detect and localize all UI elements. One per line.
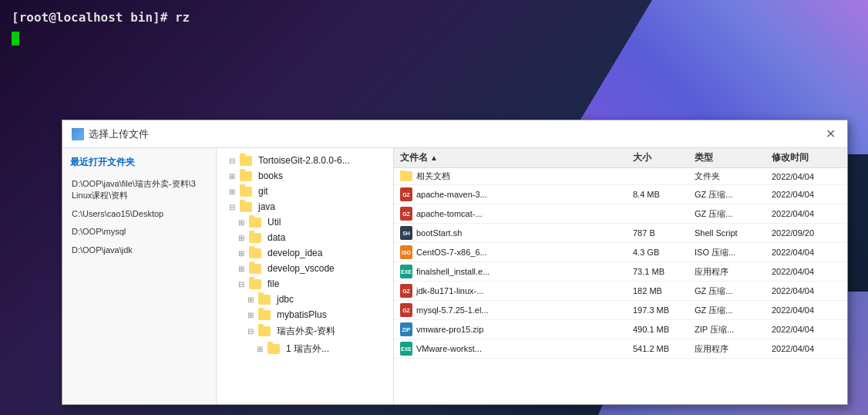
tree-folder-item[interactable]: ⊟瑞吉外卖-资料 xyxy=(217,322,393,340)
col-type: 类型 xyxy=(695,151,772,164)
recent-label: 最近打开文件夹 xyxy=(70,156,208,169)
file-size: 73.1 MB xyxy=(633,267,695,276)
tree-folder-item[interactable]: ⊞git xyxy=(217,184,393,199)
gz-file-icon: GZ xyxy=(400,187,412,201)
tree-item-label: git xyxy=(258,186,268,197)
dialog-close-button[interactable]: ✕ xyxy=(823,127,838,142)
file-type: GZ 压缩... xyxy=(695,208,772,220)
file-type: ISO 压缩... xyxy=(695,247,772,258)
file-row[interactable]: SHbootStart.sh787 BShell Script2022/09/2… xyxy=(394,224,847,243)
tree-expand-icon[interactable]: ⊞ xyxy=(257,345,266,353)
tree-item-label: 瑞吉外卖-资料 xyxy=(277,325,335,338)
tree-expand-icon[interactable]: ⊞ xyxy=(238,218,247,227)
tree-folder-item[interactable]: ⊞Util xyxy=(217,214,393,230)
file-size: 787 B xyxy=(633,228,695,238)
upload-dialog: 选择上传文件 ✕ 最近打开文件夹 D:\OOP\java\file\瑞吉外卖-资… xyxy=(62,120,848,405)
file-name-text: jdk-8u171-linux-... xyxy=(416,286,483,295)
tree-folder-item[interactable]: ⊞data xyxy=(217,230,393,245)
file-modified: 2022/04/04 xyxy=(772,286,841,295)
file-size: 4.3 GB xyxy=(633,248,695,257)
tree-folder-item[interactable]: ⊞books xyxy=(217,168,393,184)
tree-item-label: develop_idea xyxy=(267,248,322,258)
recent-item[interactable]: C:\Users\cao15\Desktop xyxy=(70,205,208,223)
folder-icon xyxy=(240,171,252,181)
tree-expand-icon[interactable]: ⊞ xyxy=(229,187,238,196)
file-type: 文件夹 xyxy=(695,170,772,182)
folder-tree[interactable]: ⊟TortoiseGit-2.8.0.0-6...⊞books⊞git⊟java… xyxy=(217,153,393,358)
col-filename: 文件名 ▲ xyxy=(400,151,633,164)
tree-item-label: develop_vscode xyxy=(267,263,335,274)
file-row[interactable]: ZIPvmware-pro15.zip490.1 MBZIP 压缩...2022… xyxy=(394,320,847,339)
tree-folder-item[interactable]: ⊞develop_idea xyxy=(217,245,393,261)
folder-icon xyxy=(240,156,252,166)
gz-file-icon: GZ xyxy=(400,284,412,298)
dialog-titlebar: 选择上传文件 ✕ xyxy=(62,120,847,148)
file-row[interactable]: EXEVMware-workst...541.2 MB应用程序2022/04/0… xyxy=(394,339,847,359)
tree-folder-item[interactable]: ⊞jdbc xyxy=(217,292,393,307)
file-type: Shell Script xyxy=(695,228,772,238)
tree-expand-icon[interactable]: ⊞ xyxy=(247,295,257,304)
recent-item[interactable]: D:\OOP\mysql xyxy=(70,223,208,241)
tree-folder-item[interactable]: ⊞1 瑞吉外... xyxy=(217,340,393,358)
dialog-title-icon xyxy=(72,128,84,140)
exe-file-icon: EXE xyxy=(400,265,412,278)
file-type: GZ 压缩... xyxy=(695,285,772,297)
file-name-cell: GZapache-maven-3... xyxy=(400,187,633,201)
file-name-cell: SHbootStart.sh xyxy=(400,226,633,240)
folder-tree-panel[interactable]: ⊟TortoiseGit-2.8.0.0-6...⊞books⊞git⊟java… xyxy=(217,148,394,404)
terminal-command: [root@localhost bin]# rz xyxy=(12,10,190,25)
file-size: 197.3 MB xyxy=(633,305,695,315)
dialog-title-area: 选择上传文件 xyxy=(72,127,149,141)
file-modified: 2022/04/04 xyxy=(772,305,841,315)
iso-file-icon: ISO xyxy=(400,245,412,259)
file-table-header: 文件名 ▲ 大小 类型 修改时间 xyxy=(394,148,847,168)
gz-file-icon: GZ xyxy=(400,207,412,221)
tree-expand-icon[interactable]: ⊞ xyxy=(238,234,247,242)
tree-folder-item[interactable]: ⊞mybatisPlus xyxy=(217,307,393,322)
folder-icon xyxy=(258,326,271,336)
zip-file-icon: ZIP xyxy=(400,322,412,336)
recent-item[interactable]: D:\OOP\java\file\瑞吉外卖-资料\3 Linux课程\资料 xyxy=(70,175,208,205)
file-name-cell: ISOCentOS-7-x86_6... xyxy=(400,245,633,259)
recent-folders-panel: 最近打开文件夹 D:\OOP\java\file\瑞吉外卖-资料\3 Linux… xyxy=(62,148,217,404)
tree-expand-icon[interactable]: ⊞ xyxy=(229,172,238,181)
file-type: GZ 压缩... xyxy=(695,305,772,316)
terminal-line-1: [root@localhost bin]# rz xyxy=(12,8,856,28)
file-row[interactable]: GZapache-tomcat-...GZ 压缩...2022/04/04 xyxy=(394,204,847,224)
file-row[interactable]: GZjdk-8u171-linux-...182 MBGZ 压缩...2022/… xyxy=(394,282,847,301)
file-row[interactable]: EXEfinalshell_install.e...73.1 MB应用程序202… xyxy=(394,262,847,282)
file-type: ZIP 压缩... xyxy=(695,324,772,336)
tree-item-label: 1 瑞吉外... xyxy=(286,342,329,356)
tree-expand-icon[interactable]: ⊟ xyxy=(229,203,238,211)
tree-expand-icon[interactable]: ⊞ xyxy=(247,311,257,319)
col-size: 大小 xyxy=(633,151,695,164)
file-name-text: VMware-workst... xyxy=(416,344,482,353)
tree-expand-icon[interactable]: ⊟ xyxy=(229,157,238,165)
file-row[interactable]: GZmysql-5.7.25-1.el...197.3 MBGZ 压缩...20… xyxy=(394,301,847,320)
file-row[interactable]: 相关文档文件夹2022/04/04 xyxy=(394,168,847,185)
tree-folder-item[interactable]: ⊟TortoiseGit-2.8.0.0-6... xyxy=(217,153,393,168)
tree-item-label: jdbc xyxy=(277,294,294,305)
file-row[interactable]: ISOCentOS-7-x86_6...4.3 GBISO 压缩...2022/… xyxy=(394,243,847,262)
recent-item[interactable]: D:\OOP\java\jdk xyxy=(70,241,208,259)
file-modified: 2022/04/04 xyxy=(772,325,841,334)
tree-item-label: java xyxy=(258,201,275,212)
tree-expand-icon[interactable]: ⊞ xyxy=(238,265,247,273)
file-name-text: CentOS-7-x86_6... xyxy=(416,248,487,257)
folder-icon xyxy=(240,202,252,212)
recent-items-list: D:\OOP\java\file\瑞吉外卖-资料\3 Linux课程\资料C:\… xyxy=(70,175,208,259)
file-row[interactable]: GZapache-maven-3...8.4 MBGZ 压缩...2022/04… xyxy=(394,185,847,204)
file-name-cell: EXEfinalshell_install.e... xyxy=(400,265,633,278)
tree-expand-icon[interactable]: ⊟ xyxy=(238,280,247,288)
tree-item-label: Util xyxy=(267,217,281,228)
tree-folder-item[interactable]: ⊟java xyxy=(217,199,393,214)
tree-expand-icon[interactable]: ⊟ xyxy=(247,327,257,336)
file-modified: 2022/04/04 xyxy=(772,190,841,199)
file-modified: 2022/04/04 xyxy=(772,209,841,218)
tree-folder-item[interactable]: ⊟file xyxy=(217,276,393,292)
folder-file-icon xyxy=(400,171,412,181)
file-rows: 相关文档文件夹2022/04/04GZapache-maven-3...8.4 … xyxy=(394,168,847,359)
tree-folder-item[interactable]: ⊞develop_vscode xyxy=(217,261,393,276)
file-name-cell: ZIPvmware-pro15.zip xyxy=(400,322,633,336)
tree-expand-icon[interactable]: ⊞ xyxy=(238,249,247,258)
